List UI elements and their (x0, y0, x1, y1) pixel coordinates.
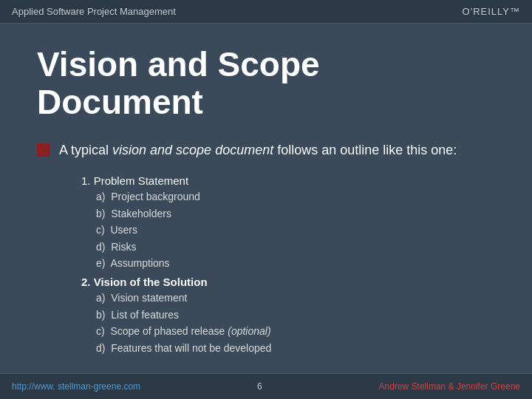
list-item: b) List of features (96, 307, 495, 323)
outline-section-1: 1. Problem Statement a) Project backgrou… (81, 174, 495, 271)
footer: http://www. stellman-greene.com 6 Andrew… (0, 373, 532, 399)
header-title: Applied Software Project Management (12, 6, 176, 17)
main-content: Vision and Scope Document A typical visi… (0, 24, 532, 375)
footer-author: Andrew Stellman & Jennifer Greene (379, 381, 520, 392)
header-bar: Applied Software Project Management O'RE… (0, 0, 532, 24)
bullet-text: A typical vision and scope document foll… (59, 141, 457, 160)
list-item: c) Users (96, 222, 495, 238)
list-item: b) Stakeholders (96, 205, 495, 222)
outline-list: 1. Problem Statement a) Project backgrou… (81, 174, 495, 356)
sub-items-2: a) Vision statement b) List of features … (96, 290, 495, 356)
list-item: a) Project background (96, 188, 495, 205)
list-item: e) Assumptions (96, 255, 495, 271)
bullet-section: A typical vision and scope document foll… (37, 141, 495, 160)
footer-page: 6 (257, 381, 262, 392)
bullet-icon (37, 143, 50, 157)
list-item: d) Features that will not be developed (96, 340, 495, 356)
footer-link[interactable]: http://www. stellman-greene.com (12, 381, 140, 392)
oreilly-logo: O'REILLY™ (463, 6, 520, 17)
outline-section-2: 2. Vision of the Solution a) Vision stat… (81, 276, 495, 356)
list-item: a) Vision statement (96, 290, 495, 306)
list-item: c) Scope of phased release (optional) (96, 323, 495, 339)
outline-heading-2: 2. Vision of the Solution (81, 276, 495, 288)
slide-title: Vision and Scope Document (37, 46, 495, 120)
outline-heading-1: 1. Problem Statement (81, 174, 495, 187)
list-item: d) Risks (96, 239, 495, 255)
sub-items-1: a) Project background b) Stakeholders c)… (96, 188, 495, 271)
